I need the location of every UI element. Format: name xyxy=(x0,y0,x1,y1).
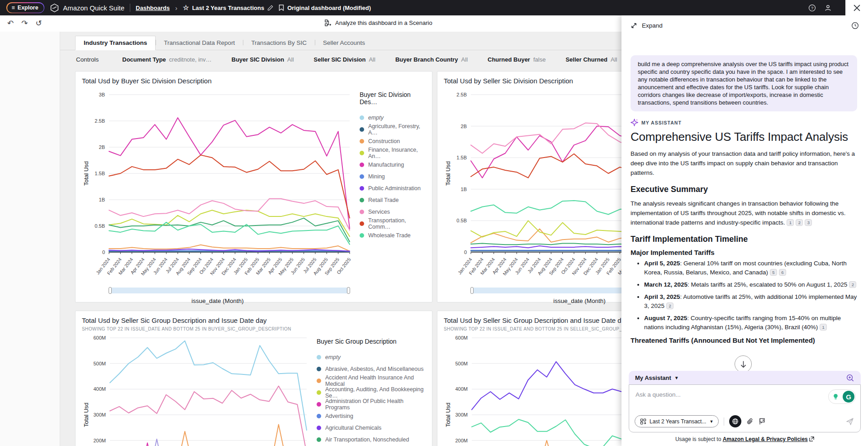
analyze-scenario-button[interactable]: Analyze this dashboard in a Scenario xyxy=(325,19,432,26)
implemented-heading: Major Implemented Tariffs xyxy=(631,249,857,256)
help-icon[interactable]: ? xyxy=(808,4,816,12)
x-axis-label: issue_date (Month) xyxy=(82,297,353,304)
control-seller-churned[interactable]: Seller ChurnedAll xyxy=(565,56,617,63)
star-icon[interactable]: ☆ xyxy=(183,4,189,12)
scroll-to-bottom-button[interactable] xyxy=(735,355,752,371)
close-panel-button[interactable] xyxy=(845,0,868,15)
slider-handle-left[interactable] xyxy=(109,287,112,294)
svg-text:500M: 500M xyxy=(455,361,468,366)
grammarly-widget[interactable]: G xyxy=(828,389,856,404)
brand[interactable]: Amazon Quick Suite xyxy=(50,3,124,13)
caret-down-icon[interactable]: ▼ xyxy=(674,375,679,380)
filters: Document Typecreditnote, inv…Buyer SIC D… xyxy=(122,56,689,63)
legend-item-manufacturing[interactable]: Manufacturing xyxy=(360,159,426,171)
user-profile-icon[interactable] xyxy=(824,4,832,12)
legal-link[interactable]: Amazon Legal & Privacy Policies xyxy=(723,436,808,442)
legend-dot xyxy=(360,198,364,202)
data-scope-chip[interactable]: Last 2 Years Transact... ▼ xyxy=(635,415,719,427)
lightbulb-icon[interactable] xyxy=(830,391,841,403)
svg-text:2B: 2B xyxy=(99,144,105,150)
legend-item-services[interactable]: Services xyxy=(360,206,426,218)
chart-legend: Buyer Sic Division Des…emptyAgriculture,… xyxy=(353,86,426,304)
legend-item-agricultural-chemicals[interactable]: Agricultural Chemicals xyxy=(317,422,426,434)
svg-text:600M: 600M xyxy=(455,335,468,340)
svg-text:400M: 400M xyxy=(455,386,468,392)
send-button[interactable] xyxy=(846,417,854,426)
citation-chip-1[interactable]: 1 xyxy=(787,219,794,226)
expand-label[interactable]: Expand xyxy=(642,22,663,29)
legend-dot xyxy=(360,139,364,144)
tab-industry-transactions[interactable]: Industry Transactions xyxy=(75,36,156,50)
attach-file-button[interactable] xyxy=(746,418,754,425)
citation-chip-3[interactable]: 3 xyxy=(805,219,812,226)
citation-chip-5[interactable]: 5 xyxy=(770,269,777,276)
assistant-composer: My Assistant ▼ Ask a question... G Last … xyxy=(621,371,868,446)
explore-button[interactable]: ≡ Explore xyxy=(6,2,44,13)
reset-icon[interactable]: ↺ xyxy=(36,19,42,28)
dashboard-version-label: Original dashboard (Modified) xyxy=(287,5,371,11)
svg-text:300M: 300M xyxy=(93,412,106,417)
slider-handle-right[interactable] xyxy=(347,287,350,294)
legend-item-public-administration[interactable]: Public Administration xyxy=(360,182,426,194)
legend-item-air-transportation-nonscheduled[interactable]: Air Transportation, Nonscheduled xyxy=(317,434,426,446)
legend-title: Buyer Sic Group Description xyxy=(317,338,426,345)
tab-transactions-by-sic[interactable]: Transactions By SIC xyxy=(243,36,315,50)
date-range-slider[interactable] xyxy=(109,288,350,293)
citation-chip-6[interactable]: 6 xyxy=(779,269,786,276)
legend-item-abrasive-asbestos-and-miscellaneous[interactable]: Abrasive, Asbestos, And Miscellaneous xyxy=(317,363,426,375)
legend-dot xyxy=(317,355,321,360)
legend-dot xyxy=(360,174,364,179)
citation-chip-1[interactable]: 1 xyxy=(820,324,827,331)
citation-chip-2[interactable]: 2 xyxy=(796,219,803,226)
prompt-library-button[interactable] xyxy=(759,418,766,425)
undo-icon[interactable]: ↶ xyxy=(7,19,14,28)
expand-icon[interactable] xyxy=(631,22,637,29)
svg-text:0: 0 xyxy=(102,249,105,255)
legend-item-mining[interactable]: Mining xyxy=(360,171,426,182)
question-input[interactable]: Ask a question... G Last 2 Years Transac… xyxy=(629,384,861,432)
legend-item-accounting-auditing-and-bookkeeping-se-[interactable]: Accounting, Auditing, And Bookkeeping Se… xyxy=(317,387,426,398)
control-buyer-branch-country[interactable]: Buyer Branch CountryAll xyxy=(395,56,468,63)
zoom-chat-icon[interactable] xyxy=(846,374,854,382)
assistant-selector[interactable]: My Assistant xyxy=(635,374,671,381)
web-search-toggle[interactable] xyxy=(729,415,741,427)
dashboard-version[interactable]: Original dashboard (Modified) xyxy=(279,5,371,11)
legend-item-agriculture-forestry-a-[interactable]: Agriculture, Forestry, A… xyxy=(360,124,426,135)
control-seller-sic-division[interactable]: Seller SIC DivisionAll xyxy=(314,56,375,63)
chart-title: Total Usd by Buyer Sic Division Descript… xyxy=(82,77,426,85)
quick-suite-logo-icon xyxy=(50,3,59,13)
user-message-bubble: build me a deep comprehensive analysis o… xyxy=(631,55,857,111)
legend-item-empty[interactable]: empty xyxy=(360,112,426,124)
legend-item-transportation-comm-[interactable]: Transportation, Comm… xyxy=(360,218,426,230)
control-churned-buyer[interactable]: Churned Buyerfalse xyxy=(488,56,545,63)
legend-item-accident-and-health-insurance-and-medical[interactable]: Accident And Health Insurance And Medica… xyxy=(317,375,426,387)
tab-seller-accounts[interactable]: Seller Accounts xyxy=(315,36,373,50)
legend-item-retail-trade[interactable]: Retail Trade xyxy=(360,194,426,206)
legend-item-finance-insurance-an-[interactable]: Finance, Insurance, An… xyxy=(360,147,426,159)
svg-text:200M: 200M xyxy=(455,438,468,443)
control-document-type[interactable]: Document Typecreditnote, inv… xyxy=(122,56,212,63)
legend-item-empty[interactable]: empty xyxy=(317,351,426,363)
history-clock-icon[interactable] xyxy=(851,22,859,29)
legend-dot xyxy=(360,115,364,120)
caret-down-icon: ▼ xyxy=(709,419,713,424)
legend-item-administration-of-public-health-programs[interactable]: Administration Of Public Health Programs xyxy=(317,398,426,410)
breadcrumb-dashboards[interactable]: Dashboards xyxy=(136,5,170,11)
grammarly-g-icon[interactable]: G xyxy=(843,391,854,403)
dashboard-title[interactable]: ☆ Last 2 Years Transactions xyxy=(183,4,273,12)
citation-chip-2[interactable]: 2 xyxy=(849,281,856,288)
legend-item-construction[interactable]: Construction xyxy=(360,135,426,147)
series-transportation-communications-electric xyxy=(109,155,350,218)
tab-transactional-data-report[interactable]: Transactional Data Report xyxy=(156,36,243,50)
citation-chip-2[interactable]: 2 xyxy=(666,302,674,309)
redo-icon[interactable]: ↷ xyxy=(21,19,28,28)
slider-handle-left[interactable] xyxy=(470,287,474,294)
timeline-heading: Tariff Implementation Timeline xyxy=(631,235,857,244)
legend-item-wholesale-trade[interactable]: Wholesale Trade xyxy=(360,230,426,241)
scenario-icon xyxy=(325,19,332,26)
edit-pencil-icon[interactable] xyxy=(267,5,273,11)
svg-text:0.5B: 0.5B xyxy=(95,223,105,229)
svg-text:0.5B: 0.5B xyxy=(456,218,467,223)
legend-item-advertising[interactable]: Advertising xyxy=(317,410,426,422)
control-buyer-sic-division[interactable]: Buyer SIC DivisionAll xyxy=(232,56,294,63)
